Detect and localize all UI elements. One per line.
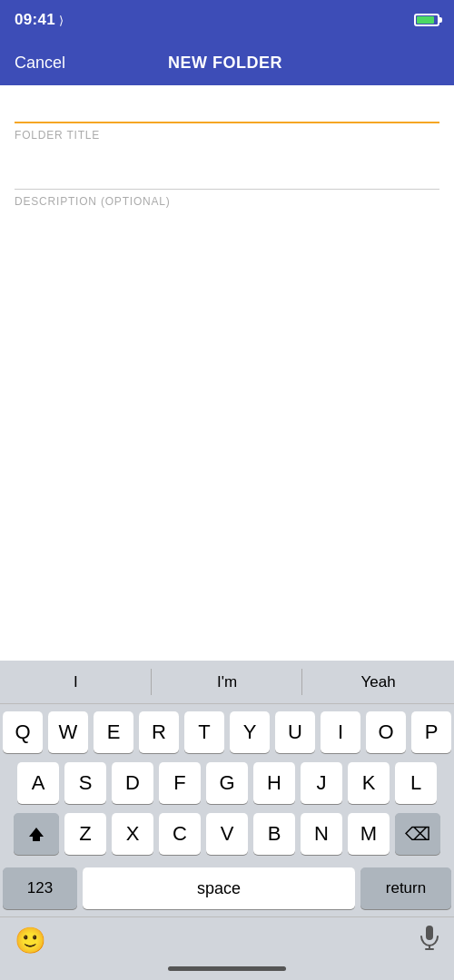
predictive-bar: I I'm Yeah [0,661,454,704]
return-key[interactable]: return [360,867,451,909]
key-row-3: Z X C V B N M ⌫ [3,813,451,855]
keyboard: I I'm Yeah Q W E R T Y U I O P A S D F G… [0,661,454,980]
space-key[interactable]: space [83,867,355,909]
key-row-2: A S D F G H J K L [3,762,451,804]
battery-indicator [414,14,439,26]
nav-bar: Cancel NEW FOLDER [0,40,454,85]
status-time: 09:41 [15,11,55,29]
key-y[interactable]: Y [230,711,270,753]
predictive-item-3[interactable]: Yeah [302,661,454,703]
folder-title-label: FOLDER TITLE [15,129,439,142]
key-row-1: Q W E R T Y U I O P [3,711,451,753]
description-underline [15,189,439,190]
content-space [0,211,454,520]
key-p[interactable]: P [411,711,451,753]
key-i[interactable]: I [321,711,360,753]
description-group: DESCRIPTION (OPTIONAL) [0,145,454,211]
status-icons [414,14,439,26]
svg-marker-0 [29,828,44,841]
key-n[interactable]: N [301,813,342,855]
accessory-row: 🙂 [0,916,454,961]
key-f[interactable]: F [159,762,201,804]
key-r[interactable]: R [139,711,179,753]
key-t[interactable]: T [184,711,224,753]
predictive-item-1[interactable]: I [0,661,152,703]
key-w[interactable]: W [48,711,88,753]
cancel-button[interactable]: Cancel [15,54,65,73]
key-z[interactable]: Z [64,813,106,855]
emoji-icon[interactable]: 🙂 [15,926,46,956]
key-u[interactable]: U [275,711,315,753]
key-h[interactable]: H [253,762,295,804]
folder-title-input[interactable] [15,96,439,122]
key-g[interactable]: G [206,762,248,804]
folder-title-group: FOLDER TITLE [0,85,454,145]
svg-rect-1 [426,926,433,940]
key-k[interactable]: K [348,762,390,804]
status-bar: 09:41 ⟩ [0,0,454,40]
key-m[interactable]: M [348,813,390,855]
key-x[interactable]: X [112,813,153,855]
mic-icon[interactable] [419,925,439,956]
key-q[interactable]: Q [3,711,43,753]
key-d[interactable]: D [112,762,153,804]
home-bar [168,966,286,971]
delete-icon: ⌫ [405,823,430,845]
num-key[interactable]: 123 [3,867,77,909]
folder-title-underline [15,122,439,123]
nav-title: NEW FOLDER [168,54,282,73]
predictive-item-2[interactable]: I'm [152,661,303,703]
key-rows: Q W E R T Y U I O P A S D F G H J K L [0,704,454,867]
description-input[interactable] [15,163,439,189]
key-o[interactable]: O [366,711,406,753]
form-area: FOLDER TITLE DESCRIPTION (OPTIONAL) [0,85,454,211]
location-icon: ⟩ [59,14,64,27]
key-a[interactable]: A [17,762,59,804]
home-indicator [0,961,454,980]
key-b[interactable]: B [253,813,295,855]
shift-key[interactable] [14,813,59,855]
key-row-bottom: 123 space return [0,867,454,909]
key-c[interactable]: C [159,813,201,855]
description-label: DESCRIPTION (OPTIONAL) [15,195,439,208]
key-e[interactable]: E [94,711,133,753]
key-v[interactable]: V [206,813,248,855]
delete-key[interactable]: ⌫ [395,813,440,855]
key-l[interactable]: L [395,762,437,804]
key-j[interactable]: J [301,762,342,804]
key-s[interactable]: S [64,762,106,804]
